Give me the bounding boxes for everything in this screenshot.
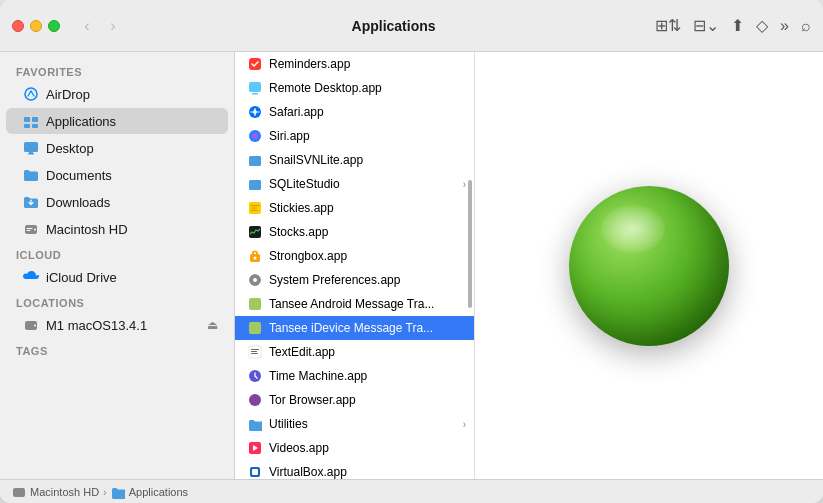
icloud-drive-label: iCloud Drive [46, 270, 117, 285]
svg-point-13 [34, 325, 36, 327]
file-item-system-preferences[interactable]: System Preferences.app [235, 268, 474, 292]
more-icon[interactable]: » [780, 17, 789, 35]
svg-rect-23 [251, 208, 257, 209]
utilities-icon [247, 416, 263, 432]
textedit-label: TextEdit.app [269, 345, 335, 359]
sidebar-item-macintosh-hd[interactable]: Macintosh HD [6, 216, 228, 242]
share-icon[interactable]: ⬆ [731, 16, 744, 35]
file-item-textedit[interactable]: TextEdit.app [235, 340, 474, 364]
bottom-bar: Macintosh HD › Applications [0, 479, 823, 503]
breadcrumb-separator: › [103, 486, 107, 498]
sidebar-item-documents[interactable]: Documents [6, 162, 228, 188]
snailsvn-icon [247, 152, 263, 168]
file-item-snailsvn[interactable]: SnailSVNLite.app [235, 148, 474, 172]
icloud-icon [22, 268, 40, 286]
stickies-label: Stickies.app [269, 201, 334, 215]
macintosh-hd-label: Macintosh HD [46, 222, 128, 237]
main-content: Favorites AirDrop [0, 52, 823, 479]
back-button[interactable]: ‹ [76, 15, 98, 37]
system-preferences-label: System Preferences.app [269, 273, 400, 287]
svg-rect-3 [24, 124, 30, 128]
sidebar-item-m1-macos[interactable]: M1 macOS13.4.1 ⏏ [6, 312, 228, 338]
svg-rect-40 [252, 469, 258, 475]
svg-rect-1 [24, 117, 30, 122]
favorites-header: Favorites [0, 60, 234, 80]
svg-rect-15 [249, 82, 261, 92]
folder-bottom-icon [111, 485, 125, 499]
virtualbox-label: VirtualBox.app [269, 465, 347, 479]
m1-icon [22, 316, 40, 334]
svg-rect-46 [13, 488, 25, 497]
file-item-siri[interactable]: Siri.app [235, 124, 474, 148]
tags-header: Tags [0, 339, 234, 359]
desktop-icon [22, 139, 40, 157]
group-icon[interactable]: ⊟⌄ [693, 16, 719, 35]
remote-desktop-label: Remote Desktop.app [269, 81, 382, 95]
airdrop-icon [22, 85, 40, 103]
minimize-button[interactable] [30, 20, 42, 32]
file-item-virtualbox[interactable]: VirtualBox.app [235, 460, 474, 479]
file-item-stocks[interactable]: Stocks.app [235, 220, 474, 244]
sidebar: Favorites AirDrop [0, 52, 235, 479]
forward-button[interactable]: › [102, 15, 124, 37]
svg-point-27 [254, 257, 257, 260]
file-item-strongbox[interactable]: Strongbox.app [235, 244, 474, 268]
file-item-reminders[interactable]: Reminders.app [235, 52, 474, 76]
virtualbox-icon [247, 464, 263, 479]
traffic-lights [12, 20, 60, 32]
file-item-stickies[interactable]: Stickies.app [235, 196, 474, 220]
utilities-label: Utilities [269, 417, 308, 431]
tansee-android-icon [247, 296, 263, 312]
file-item-time-machine[interactable]: Time Machine.app [235, 364, 474, 388]
file-item-sqlitestudio[interactable]: SQLiteStudio › [235, 172, 474, 196]
textedit-icon [247, 344, 263, 360]
hd-bottom-icon [12, 485, 26, 499]
time-machine-icon [247, 368, 263, 384]
svg-rect-24 [251, 210, 258, 211]
view-icon[interactable]: ⊞⇅ [655, 16, 681, 35]
tag-icon[interactable]: ◇ [756, 16, 768, 35]
svg-rect-7 [29, 152, 33, 154]
svg-rect-33 [251, 349, 259, 350]
hd-icon [22, 220, 40, 238]
file-item-tansee-idevice[interactable]: Tansee iDevice Message Tra... [235, 316, 474, 340]
svg-rect-10 [27, 228, 33, 229]
sidebar-item-icloud-drive[interactable]: iCloud Drive [6, 264, 228, 290]
eject-icon[interactable]: ⏏ [207, 318, 218, 332]
file-item-tor-browser[interactable]: Tor Browser.app [235, 388, 474, 412]
downloads-label: Downloads [46, 195, 110, 210]
search-icon[interactable]: ⌕ [801, 17, 811, 35]
m1-macos-label: M1 macOS13.4.1 [46, 318, 147, 333]
file-item-safari[interactable]: Safari.app [235, 100, 474, 124]
sidebar-item-airdrop[interactable]: AirDrop [6, 81, 228, 107]
app-icon-preview [569, 186, 729, 346]
scrollbar-thumb[interactable] [468, 180, 472, 308]
svg-rect-20 [249, 180, 261, 190]
file-item-videos[interactable]: Videos.app [235, 436, 474, 460]
applications-label: Applications [46, 114, 116, 129]
sidebar-item-desktop[interactable]: Desktop [6, 135, 228, 161]
documents-label: Documents [46, 168, 112, 183]
safari-icon [247, 104, 263, 120]
svg-rect-30 [249, 298, 261, 310]
scrollbar-track[interactable] [466, 52, 474, 479]
svg-rect-35 [251, 353, 258, 354]
svg-rect-5 [24, 142, 38, 152]
preview-pane: Open Show Package Contents Move to Trash… [475, 52, 823, 479]
sqlitestudio-label: SQLiteStudio [269, 177, 340, 191]
svg-point-29 [253, 278, 257, 282]
sidebar-item-downloads[interactable]: Downloads [6, 189, 228, 215]
zoom-button[interactable] [48, 20, 60, 32]
breadcrumb-hd[interactable]: Macintosh HD [30, 486, 99, 498]
svg-rect-22 [251, 205, 259, 206]
file-item-remote-desktop[interactable]: Remote Desktop.app [235, 76, 474, 100]
file-item-tansee-android[interactable]: Tansee Android Message Tra... [235, 292, 474, 316]
snailsvn-label: SnailSVNLite.app [269, 153, 363, 167]
close-button[interactable] [12, 20, 24, 32]
breadcrumb-applications[interactable]: Applications [129, 486, 188, 498]
remote-desktop-icon [247, 80, 263, 96]
file-item-utilities[interactable]: Utilities › [235, 412, 474, 436]
sidebar-item-applications[interactable]: Applications [6, 108, 228, 134]
stocks-icon [247, 224, 263, 240]
siri-icon [247, 128, 263, 144]
